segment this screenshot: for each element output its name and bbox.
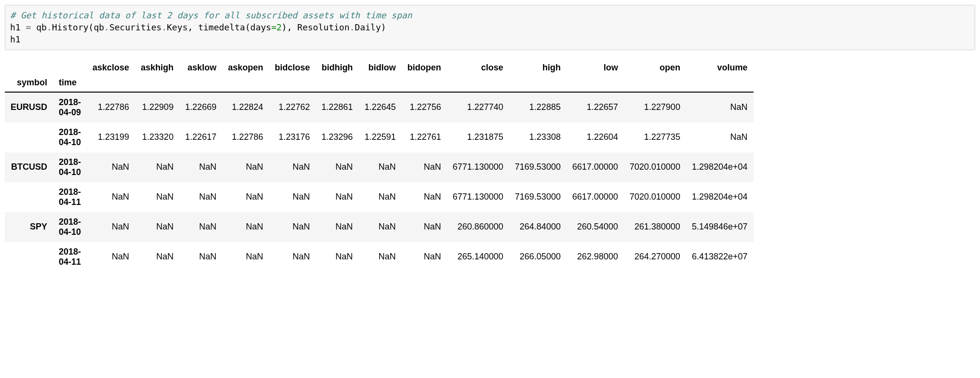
index-header-blank: [53, 60, 87, 76]
cell-value: 7169.53000: [509, 182, 567, 212]
cell-value: NaN: [401, 242, 447, 272]
cell-value: NaN: [686, 122, 754, 152]
code-token: .: [161, 22, 167, 32]
code-token: .: [47, 22, 52, 32]
col-header: high: [509, 60, 567, 76]
cell-value: NaN: [269, 242, 316, 272]
index-name-time: time: [53, 76, 87, 92]
cell-value: 1.23308: [509, 122, 567, 152]
code-cell[interactable]: # Get historical data of last 2 days for…: [5, 5, 975, 50]
cell-value: 1.22756: [401, 92, 447, 122]
dataframe-output: askclose askhigh asklow askopen bidclose…: [5, 60, 754, 272]
col-header: bidhigh: [316, 60, 358, 76]
code-token: h1: [10, 22, 26, 32]
cell-value: 7020.010000: [624, 152, 686, 182]
col-header: bidclose: [269, 60, 316, 76]
cell-value: NaN: [179, 182, 222, 212]
index-time: 2018-04-10: [53, 152, 87, 182]
index-symbol: BTCUSD: [5, 152, 53, 182]
cell-value: 1.227740: [447, 92, 509, 122]
col-header: low: [567, 60, 624, 76]
cell-value: NaN: [179, 152, 222, 182]
code-token: Securities: [109, 22, 161, 32]
table-body: EURUSD2018-04-091.227861.229091.226691.2…: [5, 92, 754, 272]
cell-value: 6.413822e+07: [686, 242, 754, 272]
cell-value: 1.22861: [316, 92, 358, 122]
cell-value: 266.05000: [509, 242, 567, 272]
index-symbol: [5, 242, 53, 272]
col-header: open: [624, 60, 686, 76]
cell-value: 1.22604: [567, 122, 624, 152]
cell-value: NaN: [269, 152, 316, 182]
index-symbol: [5, 182, 53, 212]
cell-value: NaN: [87, 242, 135, 272]
cell-value: 1.231875: [447, 122, 509, 152]
cell-value: 1.22762: [269, 92, 316, 122]
cell-value: 6771.130000: [447, 152, 509, 182]
cell-value: NaN: [222, 212, 269, 242]
code-token: History(qb: [52, 22, 104, 32]
index-time: 2018-04-10: [53, 122, 87, 152]
code-token: .: [104, 22, 109, 32]
cell-value: 1.298204e+04: [686, 152, 754, 182]
table-row: 2018-04-101.231991.233201.226171.227861.…: [5, 122, 754, 152]
cell-value: 7020.010000: [624, 182, 686, 212]
table-row: 2018-04-11NaNNaNNaNNaNNaNNaNNaNNaN265.14…: [5, 242, 754, 272]
index-time: 2018-04-11: [53, 182, 87, 212]
code-token: .: [349, 22, 355, 32]
col-header: askopen: [222, 60, 269, 76]
cell-value: NaN: [179, 212, 222, 242]
cell-value: NaN: [401, 212, 447, 242]
code-token: ), Resolution: [282, 22, 350, 32]
col-header: bidopen: [401, 60, 447, 76]
cell-value: NaN: [358, 212, 401, 242]
index-symbol: SPY: [5, 212, 53, 242]
table-header-row: askclose askhigh asklow askopen bidclose…: [5, 60, 754, 76]
table-row: 2018-04-11NaNNaNNaNNaNNaNNaNNaNNaN6771.1…: [5, 182, 754, 212]
cell-value: 1.22669: [179, 92, 222, 122]
cell-value: NaN: [222, 242, 269, 272]
cell-value: NaN: [316, 212, 358, 242]
col-header: asklow: [179, 60, 222, 76]
code-comment: # Get historical data of last 2 days for…: [10, 10, 412, 20]
col-header: askclose: [87, 60, 135, 76]
table-row: EURUSD2018-04-091.227861.229091.226691.2…: [5, 92, 754, 122]
cell-value: 1.298204e+04: [686, 182, 754, 212]
col-header: bidlow: [358, 60, 401, 76]
cell-value: NaN: [316, 182, 358, 212]
cell-value: 265.140000: [447, 242, 509, 272]
code-token: 2: [277, 22, 282, 32]
cell-value: 1.22761: [401, 122, 447, 152]
cell-value: 1.22645: [358, 92, 401, 122]
cell-value: 1.23320: [135, 122, 179, 152]
index-time: 2018-04-09: [53, 92, 87, 122]
cell-value: NaN: [358, 152, 401, 182]
cell-value: NaN: [87, 152, 135, 182]
code-token: qb: [31, 22, 47, 32]
code-token: Keys, timedelta(days: [167, 22, 271, 32]
cell-value: NaN: [135, 182, 179, 212]
cell-value: NaN: [358, 242, 401, 272]
cell-value: 1.22909: [135, 92, 179, 122]
cell-value: 7169.53000: [509, 152, 567, 182]
cell-value: NaN: [135, 212, 179, 242]
col-header: volume: [686, 60, 754, 76]
col-header: askhigh: [135, 60, 179, 76]
cell-value: 260.54000: [567, 212, 624, 242]
cell-value: 1.23176: [269, 122, 316, 152]
cell-value: 1.22786: [222, 122, 269, 152]
cell-value: NaN: [686, 92, 754, 122]
index-time: 2018-04-11: [53, 242, 87, 272]
cell-value: 264.270000: [624, 242, 686, 272]
code-token: Daily): [355, 22, 386, 32]
cell-value: NaN: [269, 212, 316, 242]
cell-value: 1.227735: [624, 122, 686, 152]
table-head: askclose askhigh asklow askopen bidclose…: [5, 60, 754, 92]
cell-value: 1.22617: [179, 122, 222, 152]
cell-value: NaN: [179, 242, 222, 272]
cell-value: NaN: [401, 152, 447, 182]
index-header-blank: [5, 60, 53, 76]
cell-value: NaN: [87, 212, 135, 242]
cell-value: 1.22591: [358, 122, 401, 152]
cell-value: 262.98000: [567, 242, 624, 272]
